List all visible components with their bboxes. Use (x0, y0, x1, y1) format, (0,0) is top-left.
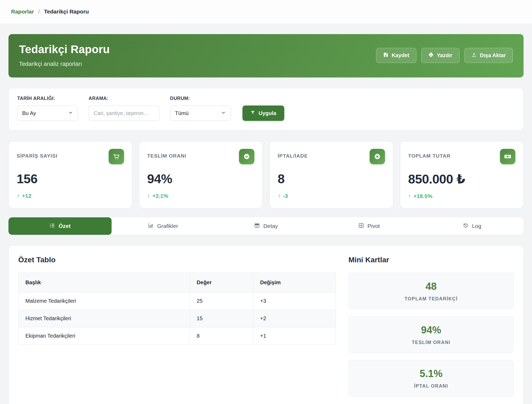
mini-cards-section: Mini Kartlar 48 TOPLAM TEDARİKÇİ 94% TES… (348, 256, 514, 397)
page-title: Tedarikçi Raporu (19, 43, 110, 56)
export-icon (471, 52, 477, 59)
topbar: Raporlar / Tedarikçi Raporu (0, 0, 532, 24)
tab-label: Pivot (368, 223, 380, 229)
tab-pivot[interactable]: Pivot (318, 217, 421, 235)
tab-label: Özet (59, 223, 71, 229)
stat-cards: SİPARİŞ SAYISI 156 ↑ +12 TESLİM ORANI 94… (8, 141, 524, 208)
row-change: +2 (253, 310, 336, 327)
row-title: Malzeme Tedarikçileri (19, 292, 190, 310)
tab-label: Log (472, 223, 481, 229)
stat-trend: ↑ +2.1% (147, 192, 255, 199)
row-value: 8 (190, 327, 253, 345)
status-select[interactable]: Tümü (170, 105, 231, 121)
breadcrumb-separator: / (38, 8, 40, 15)
banknote-icon (500, 149, 515, 164)
tab-log[interactable]: Log (420, 217, 524, 235)
search-input[interactable] (89, 105, 159, 121)
tab-detay[interactable]: Detay (214, 217, 318, 235)
history-icon (463, 223, 469, 230)
stat-card-tutar: TOPLAM TUTAR 850.000 ₺ ↑ +18.5% (400, 141, 524, 208)
table-row: Hizmet Tedarikçileri 15 +2 (19, 310, 336, 327)
print-button[interactable]: Yazdır (421, 48, 460, 63)
save-button[interactable]: Kaydet (376, 48, 416, 63)
stat-value: 850.000 ₺ (408, 172, 516, 186)
mini-cards-list: 48 TOPLAM TEDARİKÇİ 94% TESLİM ORANI 5.1… (348, 273, 514, 397)
chevron-down-icon (221, 110, 226, 116)
column-header-degisim: Değişim (253, 273, 336, 292)
check-circle-icon (239, 149, 254, 164)
mini-card-value: 5.1% (354, 368, 508, 379)
summary-table-section: Özet Tablo Başlık Değer Değişim Malzeme … (18, 256, 336, 397)
trend-value: -3 (283, 193, 288, 199)
mini-card-label: TESLİM ORANI (354, 340, 508, 345)
stat-value: 94% (147, 172, 255, 186)
row-change: +1 (253, 327, 336, 345)
search-group: ARAMA: (89, 96, 159, 121)
page-subtitle: Tedarikçi analiz raporları (19, 61, 110, 67)
mini-card-label: TOPLAM TEDARİKÇİ (354, 296, 508, 302)
stat-label: TOPLAM TUTAR (408, 153, 451, 159)
page-content: Tedarikçi Raporu Tedarikçi analiz raporl… (0, 24, 532, 404)
filter-bar: TARİH ARALIĞI: Bu Ay ARAMA: DURUM: Tümü … (8, 88, 524, 131)
stat-trend: ↑ +18.5% (408, 193, 516, 200)
table-row: Ekipman Tedarikçileri 8 +1 (19, 327, 336, 345)
cart-icon (109, 149, 124, 164)
row-change: +3 (253, 292, 336, 310)
summary-panel: Özet Tablo Başlık Değer Değişim Malzeme … (8, 245, 524, 404)
mini-card-iptal-orani: 5.1% İPTAL ORANI (348, 360, 514, 397)
date-range-group: TARİH ARALIĞI: Bu Ay (17, 96, 78, 121)
tab-ozet[interactable]: Özet (8, 217, 112, 235)
report-tabs: Özet Grafikler Detay Pivot Log (8, 217, 524, 235)
stat-label: SİPARİŞ SAYISI (17, 153, 57, 159)
trend-up-icon: ↑ (408, 193, 411, 200)
date-range-value: Bu Ay (22, 110, 36, 116)
column-header-deger: Değer (190, 273, 253, 292)
apply-button-label: Uygula (259, 110, 276, 116)
status-group: DURUM: Tümü (170, 96, 231, 121)
stat-label: TESLİM ORANI (147, 153, 186, 159)
trend-up-icon: ↑ (278, 192, 281, 199)
table-row: Malzeme Tedarikçileri 25 +3 (19, 292, 336, 310)
stat-value: 8 (278, 172, 385, 186)
chevron-down-icon (68, 110, 73, 116)
mini-card-teslim-orani: 94% TESLİM ORANI (348, 316, 514, 353)
apply-filter-button[interactable]: Uygula (242, 105, 284, 121)
summary-table: Başlık Değer Değişim Malzeme Tedarikçile… (18, 273, 336, 345)
stat-card-iptal: İPTAL/İADE 8 ↑ -3 (269, 141, 393, 208)
x-circle-icon (370, 149, 385, 164)
row-title: Ekipman Tedarikçileri (19, 327, 190, 345)
trend-value: +18.5% (414, 193, 433, 199)
mini-card-label: İPTAL ORANI (354, 383, 508, 389)
trend-up-icon: ↑ (147, 192, 150, 199)
status-value: Tümü (175, 110, 189, 116)
funnel-icon (250, 110, 255, 116)
stat-label: İPTAL/İADE (278, 153, 308, 159)
export-button-label: Dışa Aktar (480, 52, 506, 58)
stat-value: 156 (17, 172, 124, 186)
print-icon (428, 52, 434, 59)
trend-value: +2.1% (153, 193, 168, 199)
grid-icon (358, 223, 364, 230)
date-range-select[interactable]: Bu Ay (17, 105, 78, 121)
row-value: 25 (190, 292, 253, 310)
mini-card-value: 94% (354, 324, 508, 336)
trend-value: +12 (22, 193, 31, 199)
search-label: ARAMA: (89, 96, 159, 101)
save-button-label: Kaydet (392, 52, 409, 58)
breadcrumb-link-raporlar[interactable]: Raporlar (11, 8, 34, 15)
list-icon (49, 223, 55, 230)
export-button[interactable]: Dışa Aktar (464, 48, 513, 63)
stat-card-teslim: TESLİM ORANI 94% ↑ +2.1% (139, 141, 263, 208)
date-range-label: TARİH ARALIĞI: (17, 96, 78, 101)
save-icon (383, 52, 388, 59)
tab-grafikler[interactable]: Grafikler (112, 217, 215, 235)
column-header-baslik: Başlık (19, 273, 190, 292)
breadcrumb-current: Tedarikçi Raporu (44, 8, 89, 15)
trend-up-icon: ↑ (17, 192, 20, 199)
row-title: Hizmet Tedarikçileri (19, 310, 190, 327)
row-value: 15 (190, 310, 253, 327)
stat-card-siparis: SİPARİŞ SAYISI 156 ↑ +12 (8, 141, 132, 208)
tab-label: Detay (263, 223, 278, 229)
report-header-text: Tedarikçi Raporu Tedarikçi analiz raporl… (19, 43, 110, 67)
mini-cards-title: Mini Kartlar (348, 256, 514, 264)
